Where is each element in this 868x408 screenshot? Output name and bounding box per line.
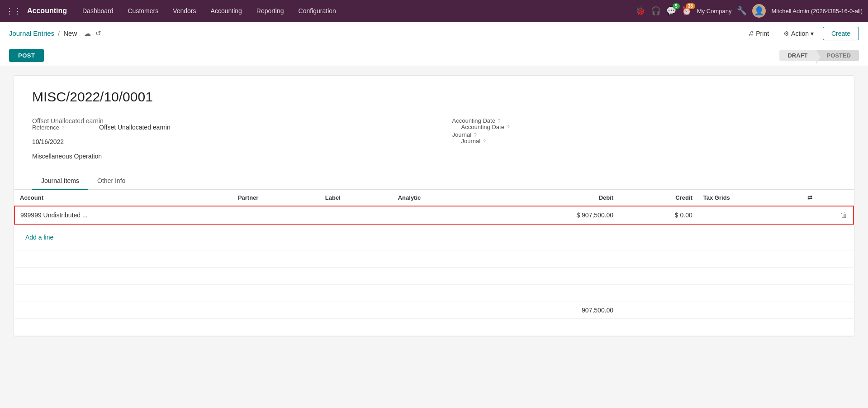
- reference-label-display: Reference ?: [32, 124, 95, 131]
- empty-row-4: [14, 319, 854, 336]
- table-row[interactable]: 999999 Undistributed ... $ 907,500.00 $ …: [14, 206, 854, 224]
- chevron-down-icon: ▾: [811, 30, 814, 37]
- accounting-date-help-icon[interactable]: ?: [507, 125, 510, 130]
- top-navigation: ⋮⋮ Accounting Dashboard Customers Vendor…: [0, 0, 868, 22]
- date-value-display: 10/16/2022: [32, 138, 64, 145]
- printer-icon: 🖨: [748, 30, 754, 37]
- nav-icons: 🐞 🎧 💬 5 ⏰ 38 My Company 🔧 👤 Mitchell Adm…: [636, 4, 863, 18]
- gear-icon: ⚙: [783, 30, 789, 37]
- col-debit: Debit: [486, 190, 619, 206]
- journal-help-icon[interactable]: ?: [483, 139, 486, 144]
- nav-item-vendors[interactable]: Vendors: [166, 5, 202, 17]
- tab-journal-items[interactable]: Journal Items: [32, 173, 88, 190]
- total-credit: [619, 302, 698, 319]
- action-bar: POST DRAFT POSTED: [0, 45, 868, 66]
- main-content: MISC/2022/10/0001 Offset Unallocated ear…: [0, 66, 868, 405]
- cell-credit[interactable]: $ 0.00: [619, 206, 698, 224]
- column-controls-icon[interactable]: ⇄: [807, 194, 812, 201]
- create-button[interactable]: Create: [823, 27, 859, 40]
- add-line-row: Add a line: [14, 224, 854, 250]
- form-card: MISC/2022/10/0001 Offset Unallocated ear…: [14, 75, 854, 336]
- nav-item-customers[interactable]: Customers: [122, 5, 165, 17]
- total-debit: 907,500.00: [486, 302, 619, 319]
- action-button[interactable]: ⚙ Action ▾: [778, 27, 819, 40]
- print-label: Print: [756, 30, 769, 37]
- col-analytic: Analytic: [393, 190, 486, 206]
- accounting-date-label: Accounting Date ?: [452, 117, 525, 124]
- breadcrumb-bar: Journal Entries / New ☁ ↺ 🖨 Print ⚙ Acti…: [0, 22, 868, 45]
- nav-item-configuration[interactable]: Configuration: [292, 5, 342, 17]
- activity-badge: 38: [686, 3, 695, 9]
- col-tax-grids: Tax Grids: [698, 190, 802, 206]
- reference-help-icon[interactable]: ?: [62, 125, 65, 130]
- print-button[interactable]: 🖨 Print: [742, 27, 774, 40]
- company-name[interactable]: My Company: [697, 8, 732, 14]
- col-label: Label: [320, 190, 393, 206]
- user-avatar[interactable]: 👤: [752, 4, 766, 18]
- totals-row: 907,500.00: [14, 302, 854, 319]
- journal-label-right: Journal ?: [461, 138, 525, 144]
- messages-badge: 5: [673, 3, 680, 9]
- journal-items-table: Account Partner Label Analytic Debit Cre…: [14, 190, 854, 336]
- breadcrumb-current: New: [63, 29, 77, 37]
- activity-icon[interactable]: ⏰ 38: [682, 6, 692, 16]
- cell-tax-grids[interactable]: [698, 206, 802, 224]
- cell-account[interactable]: 999999 Undistributed ...: [14, 206, 232, 224]
- cell-analytic[interactable]: [393, 206, 486, 224]
- support-icon[interactable]: 🎧: [651, 6, 661, 16]
- delete-row-icon[interactable]: 🗑: [840, 211, 848, 219]
- messages-icon[interactable]: 💬 5: [666, 6, 676, 16]
- breadcrumb-separator: /: [58, 29, 60, 37]
- col-credit: Credit: [619, 190, 698, 206]
- empty-row-2: [14, 268, 854, 285]
- status-posted: POSTED: [816, 50, 859, 61]
- tab-other-info[interactable]: Other Info: [88, 173, 134, 190]
- col-partner: Partner: [232, 190, 320, 206]
- user-name[interactable]: Mitchell Admin (20264385-16-0-all): [771, 8, 863, 14]
- cell-debit[interactable]: $ 907,500.00: [486, 206, 619, 224]
- breadcrumb-icons: ☁ ↺: [84, 29, 101, 38]
- cell-delete[interactable]: 🗑: [802, 206, 854, 224]
- refresh-icon[interactable]: ↺: [95, 29, 101, 38]
- nav-item-accounting[interactable]: Accounting: [204, 5, 248, 17]
- status-bar: DRAFT POSTED: [779, 50, 859, 61]
- journal-value-display: Miscellaneous Operation: [32, 153, 102, 160]
- bug-icon[interactable]: 🐞: [636, 6, 645, 16]
- table-section: Account Partner Label Analytic Debit Cre…: [14, 190, 854, 336]
- table-header-row: Account Partner Label Analytic Debit Cre…: [14, 190, 854, 206]
- col-controls: ⇄: [802, 190, 854, 206]
- action-label: Action: [791, 30, 809, 37]
- grid-icon[interactable]: ⋮⋮: [5, 6, 22, 16]
- cell-label[interactable]: [320, 206, 393, 224]
- record-title: MISC/2022/10/0001: [32, 89, 836, 105]
- col-account: Account: [14, 190, 232, 206]
- cell-partner[interactable]: [232, 206, 320, 224]
- breadcrumb-parent[interactable]: Journal Entries: [9, 29, 54, 37]
- add-line-button[interactable]: Add a line: [20, 229, 59, 245]
- empty-row-1: [14, 250, 854, 268]
- nav-item-dashboard[interactable]: Dashboard: [76, 5, 120, 17]
- cloud-save-icon[interactable]: ☁: [84, 29, 91, 38]
- reference-value-display[interactable]: Offset Unallocated earnin: [99, 124, 171, 131]
- accounting-date-row: Accounting Date ?: [452, 117, 836, 124]
- app-name[interactable]: Accounting: [27, 7, 67, 15]
- tabs: Journal Items Other Info: [14, 173, 854, 190]
- nav-item-reporting[interactable]: Reporting: [250, 5, 290, 17]
- post-button[interactable]: POST: [9, 49, 44, 62]
- status-draft: DRAFT: [779, 50, 816, 61]
- empty-row-3: [14, 285, 854, 302]
- wrench-icon[interactable]: 🔧: [737, 6, 747, 16]
- accounting-date-help[interactable]: ?: [498, 118, 501, 124]
- accounting-date-label-right: Accounting Date ?: [461, 124, 525, 130]
